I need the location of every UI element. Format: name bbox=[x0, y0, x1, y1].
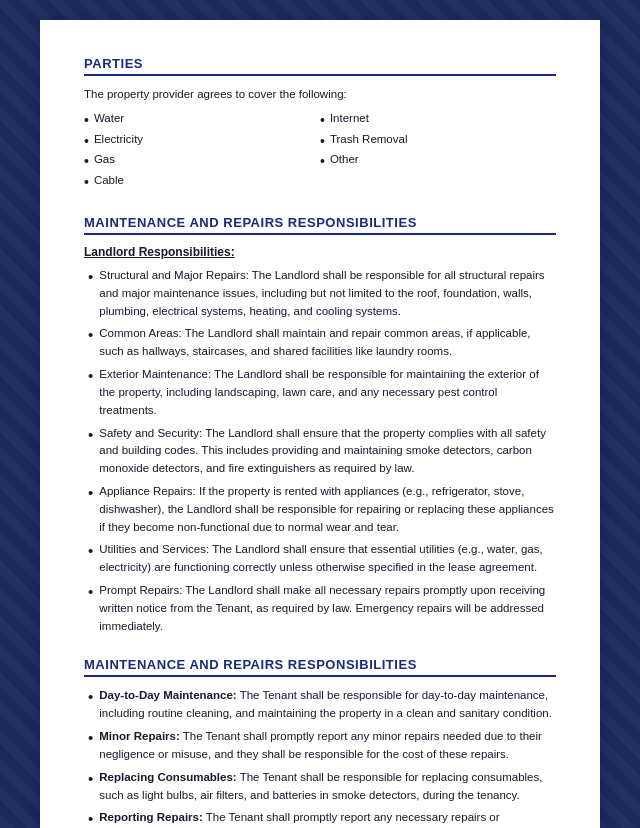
list-item: Prompt Repairs: The Landlord shall make … bbox=[88, 582, 556, 635]
list-item: Day-to-Day Maintenance: The Tenant shall… bbox=[88, 687, 556, 723]
list-item: Common Areas: The Landlord shall maintai… bbox=[88, 325, 556, 361]
list-item: Safety and Security: The Landlord shall … bbox=[88, 425, 556, 478]
utility-electricity: Electricity bbox=[84, 131, 320, 152]
utility-water: Water bbox=[84, 110, 320, 131]
list-item: Utilities and Services: The Landlord sha… bbox=[88, 541, 556, 577]
list-item: Minor Repairs: The Tenant shall promptly… bbox=[88, 728, 556, 764]
list-item: Exterior Maintenance: The Landlord shall… bbox=[88, 366, 556, 419]
list-item: Structural and Major Repairs: The Landlo… bbox=[88, 267, 556, 320]
maintenance-tenant-section: MAINTENANCE AND REPAIRS RESPONSIBILITIES… bbox=[84, 657, 556, 828]
tenant-responsibilities-list: Day-to-Day Maintenance: The Tenant shall… bbox=[84, 687, 556, 828]
utilities-col-1: Water Electricity Gas Cable bbox=[84, 110, 320, 193]
maintenance2-title: MAINTENANCE AND REPAIRS RESPONSIBILITIES bbox=[84, 657, 556, 677]
utilities-list-col1: Water Electricity Gas Cable bbox=[84, 110, 320, 193]
utility-trash: Trash Removal bbox=[320, 131, 556, 152]
maintenance-landlord-section: MAINTENANCE AND REPAIRS RESPONSIBILITIES… bbox=[84, 215, 556, 635]
parties-intro: The property provider agrees to cover th… bbox=[84, 86, 556, 104]
utilities-col-2: Internet Trash Removal Other bbox=[320, 110, 556, 193]
utility-gas: Gas bbox=[84, 151, 320, 172]
document-page: PARTIES The property provider agrees to … bbox=[40, 20, 600, 828]
utility-internet: Internet bbox=[320, 110, 556, 131]
parties-title: PARTIES bbox=[84, 56, 556, 76]
list-item: Reporting Repairs: The Tenant shall prom… bbox=[88, 809, 556, 828]
utility-cable: Cable bbox=[84, 172, 320, 193]
list-item: Replacing Consumables: The Tenant shall … bbox=[88, 769, 556, 805]
utility-other: Other bbox=[320, 151, 556, 172]
maintenance1-title: MAINTENANCE AND REPAIRS RESPONSIBILITIES bbox=[84, 215, 556, 235]
list-item: Appliance Repairs: If the property is re… bbox=[88, 483, 556, 536]
landlord-responsibilities-subtitle: Landlord Responsibilities: bbox=[84, 245, 556, 259]
utilities-list: Water Electricity Gas Cable Internet Tra… bbox=[84, 110, 556, 193]
utilities-list-col2: Internet Trash Removal Other bbox=[320, 110, 556, 172]
landlord-responsibilities-list: Structural and Major Repairs: The Landlo… bbox=[84, 267, 556, 635]
parties-section: PARTIES The property provider agrees to … bbox=[84, 56, 556, 193]
